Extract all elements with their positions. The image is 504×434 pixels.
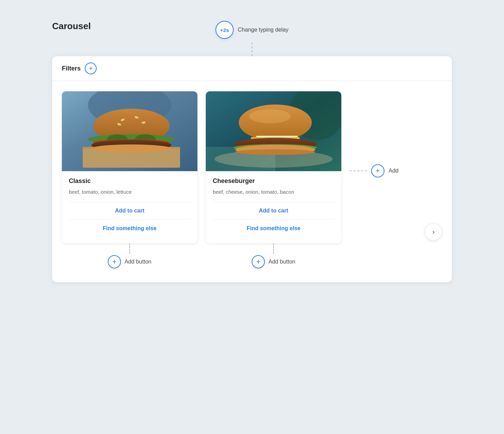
add-button-row-cheese: + Add button: [252, 255, 295, 268]
card-actions-cheeseburger: Add to cart Find something else: [213, 202, 334, 237]
card-actions-classic: Add to cart Find something else: [69, 202, 190, 237]
card-classic: Classic beef, tomato, onion, lettuce Add…: [62, 91, 197, 243]
card-wrapper-cheese: Cheeseburger beef, cheese, onion, tomato…: [206, 91, 341, 268]
card-wrapper-classic: Classic beef, tomato, onion, lettuce Add…: [62, 91, 197, 268]
add-to-cart-button-cheeseburger[interactable]: Add to cart: [213, 202, 334, 220]
next-arrow-button[interactable]: ›: [425, 223, 442, 241]
add-button-classic[interactable]: +: [108, 255, 121, 268]
add-button-label-classic: Add button: [124, 259, 151, 265]
typing-delay-label: Change typing delay: [238, 27, 288, 33]
card-cheeseburger: Cheeseburger beef, cheese, onion, tomato…: [206, 91, 341, 243]
find-something-else-button-classic[interactable]: Find something else: [69, 220, 190, 237]
filters-bar: Filters +: [52, 56, 452, 81]
card-body-cheeseburger: Cheeseburger beef, cheese, onion, tomato…: [206, 171, 341, 243]
main-panel: Filters +: [52, 56, 452, 282]
card-description-classic: beef, tomato, onion, lettuce: [69, 188, 190, 196]
page-title: Carousel: [52, 21, 209, 32]
add-button-cheeseburger[interactable]: +: [252, 255, 265, 268]
card-body-classic: Classic beef, tomato, onion, lettuce Add…: [62, 171, 197, 243]
svg-point-28: [235, 149, 315, 155]
cheeseburger-image: [206, 91, 341, 171]
filters-label: Filters: [62, 65, 81, 72]
card-title-cheeseburger: Cheeseburger: [213, 177, 334, 185]
dashed-line-add-action: [350, 170, 367, 171]
add-action-label: Add: [389, 168, 398, 174]
typing-delay-badge[interactable]: +2s: [216, 21, 234, 39]
svg-point-20: [249, 109, 291, 123]
dashed-line-bottom-cheese: [273, 243, 274, 254]
add-button-row-classic: + Add button: [108, 255, 151, 268]
classic-burger-image: [62, 91, 197, 171]
card-description-cheeseburger: beef, cheese, onion, tomato, bacon: [213, 188, 334, 196]
add-action-button[interactable]: +: [371, 164, 384, 177]
card-title-classic: Classic: [69, 177, 190, 185]
card-image-classic: [62, 91, 197, 171]
card-image-cheeseburger: [206, 91, 341, 171]
right-panel: + Add ›: [350, 91, 442, 268]
svg-point-14: [91, 144, 171, 153]
add-action-row: + Add: [350, 164, 398, 177]
dashed-line-bottom-classic: [129, 243, 130, 254]
add-button-label-cheeseburger: Add button: [268, 259, 295, 265]
dashed-line-connector-top: [252, 42, 252, 56]
find-something-else-button-cheeseburger[interactable]: Find something else: [213, 220, 334, 237]
cards-area: Classic beef, tomato, onion, lettuce Add…: [52, 81, 452, 282]
add-to-cart-button-classic[interactable]: Add to cart: [69, 202, 190, 220]
add-filter-button[interactable]: +: [85, 62, 97, 74]
